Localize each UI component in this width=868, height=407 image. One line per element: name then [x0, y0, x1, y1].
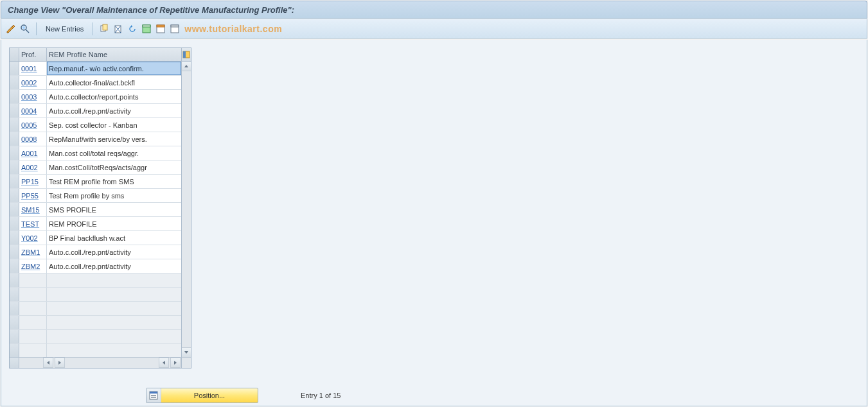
- cell-prof[interactable]: [19, 330, 47, 343]
- cell-name[interactable]: Auto.c.coll./rep.pnt/activity: [47, 245, 181, 259]
- cell-prof[interactable]: [19, 288, 47, 301]
- table-row[interactable]: [10, 330, 181, 344]
- row-selector[interactable]: [10, 217, 19, 230]
- select-all-icon[interactable]: [141, 23, 152, 35]
- table-row[interactable]: 0001Rep.manuf.- w/o activ.confirm.: [10, 62, 181, 76]
- column-header-prof[interactable]: Prof.: [19, 48, 47, 61]
- row-selector[interactable]: [10, 118, 19, 132]
- scroll-up-icon[interactable]: [182, 62, 191, 71]
- display-change-icon[interactable]: [5, 23, 17, 35]
- table-row[interactable]: PP15Test REM profile from SMS: [10, 175, 181, 189]
- cell-prof[interactable]: SM15: [19, 203, 47, 216]
- table-row[interactable]: 0005Sep. cost collector - Kanban: [10, 118, 181, 132]
- cell-prof[interactable]: [19, 302, 47, 315]
- row-selector[interactable]: [10, 231, 19, 245]
- cell-name[interactable]: Man.costColl/totReqs/acts/aggr: [47, 160, 181, 174]
- scroll-right-end-icon[interactable]: [170, 358, 181, 368]
- table-row[interactable]: SM15SMS PROFILE: [10, 203, 181, 217]
- row-selector[interactable]: [10, 245, 19, 259]
- cell-prof[interactable]: PP55: [19, 189, 47, 202]
- cell-name[interactable]: Auto.c.coll./rep.pnt/activity: [47, 104, 181, 117]
- row-selector[interactable]: [10, 146, 19, 160]
- horizontal-scrollbar[interactable]: [10, 357, 191, 368]
- table-row[interactable]: ZBM1Auto.c.coll./rep.pnt/activity: [10, 245, 181, 259]
- cell-prof[interactable]: 0003: [19, 90, 47, 103]
- table-row[interactable]: PP55Test Rem profile by sms: [10, 189, 181, 203]
- column-header-name[interactable]: REM Profile Name: [47, 48, 182, 61]
- cell-prof[interactable]: Y002: [19, 231, 47, 245]
- table-row[interactable]: ZBM2Auto.c.coll./rep.pnt/activity: [10, 259, 181, 273]
- cell-name[interactable]: [47, 330, 181, 343]
- cell-prof[interactable]: [19, 344, 47, 357]
- cell-prof[interactable]: [19, 316, 47, 329]
- cell-prof[interactable]: 0005: [19, 118, 47, 132]
- row-selector[interactable]: [10, 316, 19, 329]
- cell-prof[interactable]: 0004: [19, 104, 47, 117]
- scroll-down-icon[interactable]: [182, 347, 191, 357]
- row-selector[interactable]: [10, 288, 19, 301]
- vertical-scrollbar[interactable]: [181, 62, 191, 357]
- cell-name[interactable]: Test REM profile from SMS: [47, 175, 181, 188]
- scroll-right-icon[interactable]: [55, 358, 65, 368]
- cell-prof[interactable]: PP15: [19, 175, 47, 188]
- table-row[interactable]: [10, 273, 181, 288]
- row-selector[interactable]: [10, 203, 19, 216]
- cell-name[interactable]: Auto.collector-final/act.bckfl: [47, 76, 181, 89]
- table-row[interactable]: Y002BP Final backflush w.act: [10, 231, 181, 245]
- header-selector[interactable]: [10, 48, 19, 61]
- table-row[interactable]: A002Man.costColl/totReqs/acts/aggr: [10, 160, 181, 175]
- table-row[interactable]: [10, 288, 181, 302]
- row-selector[interactable]: [10, 90, 19, 103]
- row-selector[interactable]: [10, 302, 19, 315]
- table-row[interactable]: TESTREM PROFILE: [10, 217, 181, 231]
- row-selector[interactable]: [10, 344, 19, 357]
- position-button[interactable]: Position...: [146, 388, 258, 403]
- cell-prof[interactable]: TEST: [19, 217, 47, 230]
- delete-icon[interactable]: [112, 23, 124, 35]
- cell-prof[interactable]: 0001: [19, 62, 47, 75]
- scroll-left-end-icon[interactable]: [159, 358, 169, 368]
- copy-icon[interactable]: [98, 23, 110, 35]
- cell-name[interactable]: Sep. cost collector - Kanban: [47, 118, 181, 132]
- table-row[interactable]: [10, 302, 181, 316]
- table-row[interactable]: 0004Auto.c.coll./rep.pnt/activity: [10, 104, 181, 118]
- cell-name[interactable]: Auto.c.coll./rep.pnt/activity: [47, 259, 181, 273]
- cell-name[interactable]: Man.cost coll/total reqs/aggr.: [47, 146, 181, 160]
- table-row[interactable]: [10, 344, 181, 357]
- row-selector[interactable]: [10, 330, 19, 343]
- cell-name[interactable]: [47, 316, 181, 329]
- scroll-left-icon[interactable]: [43, 358, 53, 368]
- cell-name[interactable]: REM PROFILE: [47, 217, 181, 230]
- deselect-all-icon[interactable]: [169, 23, 181, 35]
- cell-name[interactable]: [47, 302, 181, 315]
- cell-prof[interactable]: A002: [19, 160, 47, 174]
- row-selector[interactable]: [10, 259, 19, 273]
- cell-prof[interactable]: A001: [19, 146, 47, 160]
- cell-name[interactable]: [47, 344, 181, 357]
- row-selector[interactable]: [10, 62, 19, 75]
- cell-name[interactable]: Rep.manuf.- w/o activ.confirm.: [47, 62, 181, 75]
- undo-icon[interactable]: [127, 23, 138, 35]
- cell-name[interactable]: [47, 273, 181, 287]
- table-row[interactable]: 0002Auto.collector-final/act.bckfl: [10, 76, 181, 90]
- table-row[interactable]: [10, 316, 181, 330]
- cell-name[interactable]: RepManuf/with service/by vers.: [47, 132, 181, 146]
- cell-prof[interactable]: [19, 273, 47, 287]
- cell-prof[interactable]: 0002: [19, 76, 47, 89]
- row-selector[interactable]: [10, 189, 19, 202]
- row-selector[interactable]: [10, 104, 19, 117]
- table-row[interactable]: A001Man.cost coll/total reqs/aggr.: [10, 146, 181, 160]
- cell-prof[interactable]: ZBM1: [19, 245, 47, 259]
- row-selector[interactable]: [10, 132, 19, 146]
- cell-prof[interactable]: 0008: [19, 132, 47, 146]
- cell-prof[interactable]: ZBM2: [19, 259, 47, 273]
- select-block-icon[interactable]: [155, 23, 166, 35]
- new-entries-button[interactable]: New Entries: [42, 25, 87, 33]
- table-settings-icon[interactable]: [182, 48, 191, 61]
- cell-name[interactable]: [47, 288, 181, 301]
- cell-name[interactable]: Test Rem profile by sms: [47, 189, 181, 202]
- table-row[interactable]: 0008RepManuf/with service/by vers.: [10, 132, 181, 146]
- row-selector[interactable]: [10, 160, 19, 174]
- table-row[interactable]: 0003Auto.c.collector/report.points: [10, 90, 181, 104]
- cell-name[interactable]: Auto.c.collector/report.points: [47, 90, 181, 103]
